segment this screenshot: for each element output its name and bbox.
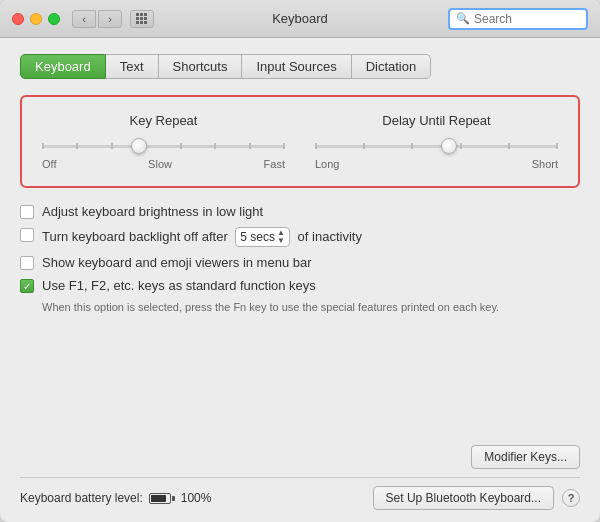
tick [111,143,113,149]
tab-text[interactable]: Text [106,54,159,79]
tick [411,143,413,149]
delay-repeat-group: Delay Until Repeat [315,113,558,170]
emoji-viewer-row: Show keyboard and emoji viewers in menu … [20,255,580,270]
footer-top-row: Modifier Keys... [20,445,580,469]
emoji-viewer-label: Show keyboard and emoji viewers in menu … [42,255,312,270]
minimize-button[interactable] [30,13,42,25]
backlight-row: Turn keyboard backlight off after 5 secs… [20,227,580,247]
delay-repeat-ticks [315,143,558,149]
help-button[interactable]: ? [562,489,580,507]
search-box[interactable]: 🔍 [448,8,588,30]
modifier-keys-button[interactable]: Modifier Keys... [471,445,580,469]
tick [180,143,182,149]
battery-tip [172,496,175,501]
backlight-select-value: 5 secs [240,230,275,244]
delay-repeat-labels: Long Short [315,158,558,170]
setup-bluetooth-button[interactable]: Set Up Bluetooth Keyboard... [373,486,554,510]
delay-repeat-slider-wrapper [315,136,558,156]
svg-rect-8 [144,21,147,24]
fn-keys-label: Use F1, F2, etc. keys as standard functi… [42,278,316,293]
fn-keys-sublabel: When this option is selected, press the … [42,301,580,313]
close-button[interactable] [12,13,24,25]
backlight-select-arrow: ▲▼ [277,229,285,245]
brightness-label: Adjust keyboard brightness in low light [42,204,263,219]
key-repeat-slider-wrapper [42,136,285,156]
sliders-row: Key Repeat [42,113,558,170]
tick [556,143,558,149]
brightness-checkbox[interactable] [20,205,34,219]
key-repeat-label-fast: Fast [264,158,285,170]
brightness-row: Adjust keyboard brightness in low light [20,204,580,219]
key-repeat-group: Key Repeat [42,113,285,170]
tick [508,143,510,149]
tab-keyboard[interactable]: Keyboard [20,54,106,79]
fn-keys-row: ✓ Use F1, F2, etc. keys as standard func… [20,278,580,293]
footer-bottom-row: Keyboard battery level: 100% Set Up Blue… [20,477,580,510]
maximize-button[interactable] [48,13,60,25]
svg-rect-6 [136,21,139,24]
svg-rect-2 [144,13,147,16]
delay-repeat-title: Delay Until Repeat [315,113,558,128]
fn-keys-checkbox[interactable]: ✓ [20,279,34,293]
tab-shortcuts[interactable]: Shortcuts [159,54,243,79]
battery-percent: 100% [181,491,212,505]
battery-label: Keyboard battery level: [20,491,143,505]
tick [42,143,44,149]
battery-body [149,493,171,504]
tick [214,143,216,149]
backlight-select[interactable]: 5 secs ▲▼ [235,227,290,247]
back-button[interactable]: ‹ [72,10,96,28]
nav-buttons: ‹ › [72,10,122,28]
tick [76,143,78,149]
key-repeat-title: Key Repeat [42,113,285,128]
main-window: ‹ › Keyboard 🔍 Keyboard [0,0,600,522]
tabs-bar: Keyboard Text Shortcuts Input Sources Di… [20,54,580,79]
traffic-lights [12,13,60,25]
backlight-checkbox[interactable] [20,228,34,242]
svg-rect-7 [140,21,143,24]
tick [249,143,251,149]
key-repeat-ticks [42,143,285,149]
backlight-label-before: Turn keyboard backlight off after [42,229,228,244]
title-bar: ‹ › Keyboard 🔍 [0,0,600,38]
sliders-panel: Key Repeat [20,95,580,188]
footer-right-buttons: Set Up Bluetooth Keyboard... ? [373,486,580,510]
tick [315,143,317,149]
tick [283,143,285,149]
delay-repeat-label-short: Short [532,158,558,170]
backlight-label-after: of inactivity [298,229,362,244]
grid-button[interactable] [130,10,154,28]
svg-rect-4 [140,17,143,20]
tab-input-sources[interactable]: Input Sources [242,54,351,79]
backlight-label: Turn keyboard backlight off after 5 secs… [42,227,362,247]
forward-button[interactable]: › [98,10,122,28]
delay-repeat-thumb[interactable] [441,138,457,154]
footer: Modifier Keys... Keyboard battery level:… [20,445,580,510]
tick [363,143,365,149]
battery-info: Keyboard battery level: 100% [20,491,211,505]
tick [460,143,462,149]
emoji-viewer-checkbox[interactable] [20,256,34,270]
key-repeat-thumb[interactable] [131,138,147,154]
svg-rect-3 [136,17,139,20]
tab-dictation[interactable]: Dictation [352,54,432,79]
battery-icon [149,493,175,504]
options-area: Adjust keyboard brightness in low light … [20,204,580,321]
content-area: Keyboard Text Shortcuts Input Sources Di… [0,38,600,522]
battery-fill [151,495,166,502]
search-input[interactable] [474,12,580,26]
delay-repeat-label-long: Long [315,158,339,170]
window-title: Keyboard [272,11,328,26]
svg-rect-0 [136,13,139,16]
search-icon: 🔍 [456,12,470,25]
svg-rect-5 [144,17,147,20]
svg-rect-1 [140,13,143,16]
key-repeat-label-slow: Slow [148,158,172,170]
key-repeat-label-off: Off [42,158,56,170]
key-repeat-labels: Off Slow Fast [42,158,285,170]
